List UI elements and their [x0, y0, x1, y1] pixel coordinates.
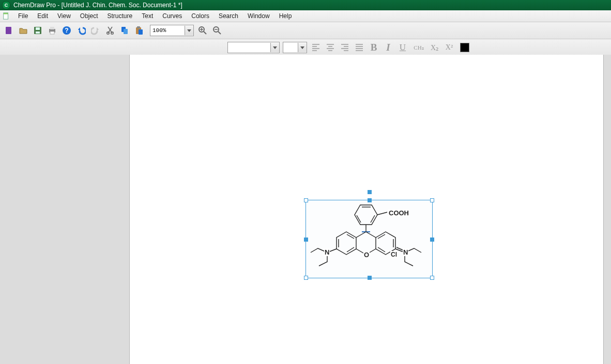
menu-bar: File Edit View Object Structure Text Cur… [0, 10, 611, 22]
text-toolbar: B I U CH₂ X₂ X² [0, 39, 611, 56]
svg-text:?: ? [65, 27, 68, 34]
svg-rect-2 [6, 27, 11, 34]
zoom-in-button[interactable] [197, 25, 208, 36]
italic-button[interactable]: I [383, 42, 394, 53]
title-bar: C ChemDraw Pro - [Untitled J. Chin. Chem… [0, 0, 611, 10]
document-icon [2, 12, 10, 20]
label-cl: Cl [390, 251, 398, 258]
label-o: O [363, 251, 370, 259]
redo-button[interactable] [90, 25, 101, 36]
new-button[interactable] [3, 25, 14, 36]
formula-button[interactable]: CH₂ [411, 42, 426, 53]
menu-help[interactable]: Help [274, 11, 297, 21]
handle-rotate[interactable] [368, 190, 372, 194]
window-title: ChemDraw Pro - [Untitled J. Chin. Chem. … [13, 2, 182, 9]
menu-search[interactable]: Search [214, 11, 243, 21]
svg-rect-7 [50, 27, 54, 29]
undo-button[interactable] [75, 25, 87, 36]
cut-button[interactable] [104, 25, 116, 36]
workspace: COOH N N O Cl [0, 55, 611, 364]
svg-rect-14 [124, 29, 128, 34]
align-center-button[interactable] [325, 42, 336, 53]
menu-window[interactable]: Window [243, 11, 274, 21]
zoom-combo[interactable] [150, 25, 194, 36]
align-justify-button[interactable] [354, 42, 365, 53]
help-button[interactable]: ? [61, 25, 72, 36]
text-color-swatch[interactable] [460, 43, 469, 52]
align-left-button[interactable] [310, 42, 322, 53]
menu-text[interactable]: Text [137, 11, 158, 21]
bold-button[interactable]: B [368, 42, 379, 53]
right-gutter [604, 55, 611, 364]
svg-rect-4 [36, 27, 40, 30]
zoom-dropdown[interactable] [185, 26, 193, 35]
svg-rect-5 [36, 31, 40, 34]
zoom-input[interactable] [150, 26, 185, 35]
svg-rect-1 [4, 13, 8, 14]
size-combo[interactable] [283, 42, 307, 53]
menu-object[interactable]: Object [75, 11, 103, 21]
menu-edit[interactable]: Edit [33, 11, 53, 21]
main-toolbar: ? [0, 22, 611, 39]
font-combo[interactable] [227, 42, 280, 53]
align-right-button[interactable] [339, 42, 350, 53]
menu-file[interactable]: File [13, 11, 33, 21]
save-button[interactable] [32, 25, 43, 36]
subscript-button[interactable]: X₂ [429, 42, 440, 53]
menu-structure[interactable]: Structure [103, 11, 138, 21]
copy-button[interactable] [119, 25, 130, 36]
app-icon: C [2, 1, 10, 9]
menu-view[interactable]: View [53, 11, 75, 21]
svg-rect-8 [50, 31, 54, 34]
underline-button[interactable]: U [397, 42, 408, 53]
zoom-out-button[interactable] [211, 25, 223, 36]
svg-rect-16 [137, 26, 140, 28]
label-cooh: COOH [388, 209, 409, 217]
label-n-right: N [403, 248, 408, 256]
molecule-structure[interactable]: COOH N N O Cl [306, 200, 432, 277]
menu-curves[interactable]: Curves [158, 11, 187, 21]
canvas[interactable]: COOH N N O Cl [129, 55, 604, 364]
open-button[interactable] [18, 25, 29, 36]
label-n-left: N [324, 248, 330, 256]
menu-colors[interactable]: Colors [187, 11, 214, 21]
print-button[interactable] [47, 25, 58, 36]
superscript-button[interactable]: X² [444, 42, 455, 53]
paste-button[interactable] [133, 25, 145, 36]
left-gutter [0, 55, 129, 364]
svg-rect-17 [139, 29, 143, 35]
